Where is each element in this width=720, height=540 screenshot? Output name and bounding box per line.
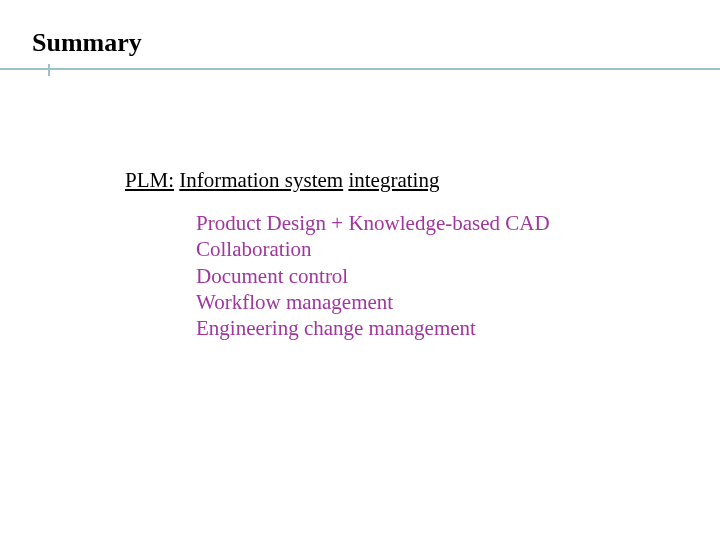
list-item: Document control — [196, 263, 550, 289]
list-item: Product Design + Knowledge-based CAD — [196, 210, 550, 236]
subheading-label: PLM: — [125, 168, 174, 192]
subheading-mid: Information system — [179, 168, 343, 192]
page-title: Summary — [32, 28, 142, 58]
slide: Summary PLM: Information system integrat… — [0, 0, 720, 540]
subheading: PLM: Information system integrating — [125, 168, 439, 193]
list-item: Workflow management — [196, 289, 550, 315]
list-item: Engineering change management — [196, 315, 550, 341]
rule-tick — [48, 64, 50, 76]
subheading-tail: integrating — [348, 168, 439, 192]
horizontal-rule — [0, 68, 720, 70]
item-list: Product Design + Knowledge-based CAD Col… — [196, 210, 550, 341]
list-item: Collaboration — [196, 236, 550, 262]
